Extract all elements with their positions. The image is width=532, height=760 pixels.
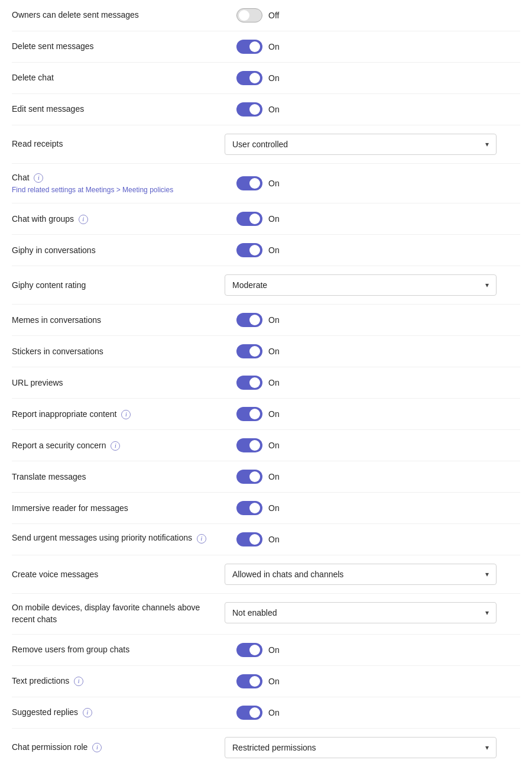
toggle-thumb-urgent-messages (249, 534, 260, 545)
toggle-edit-sent[interactable] (236, 102, 262, 117)
setting-control-delete-sent: On (225, 40, 520, 54)
dropdown-value-mobile-channels: Not enabled (232, 608, 277, 617)
setting-row-memes: Memes in conversationsOn (12, 305, 520, 336)
info-icon-chat-with-groups[interactable]: i (79, 215, 88, 224)
toggle-thumb-giphy-conversations (249, 245, 260, 256)
setting-control-edit-sent: On (225, 102, 520, 117)
toggle-urgent-messages[interactable] (236, 532, 262, 546)
setting-control-text-predictions: On (225, 674, 520, 688)
setting-control-stickers: On (225, 344, 520, 358)
info-icon-suggested-replies[interactable]: i (83, 708, 92, 717)
toggle-translate-messages[interactable] (236, 470, 262, 484)
setting-row-report-inappropriate: Report inappropriate content iOn (12, 399, 520, 430)
setting-control-urgent-messages: On (225, 532, 520, 546)
toggle-report-inappropriate[interactable] (236, 407, 262, 421)
setting-row-url-previews: URL previewsOn (12, 367, 520, 399)
setting-control-voice-messages: Allowed in chats and channels▾ (225, 564, 520, 585)
toggle-thumb-memes (249, 315, 260, 325)
setting-label-memes: Memes in conversations (12, 315, 225, 326)
toggle-thumb-suggested-replies (249, 707, 260, 718)
setting-label-url-previews: URL previews (12, 377, 225, 389)
setting-label-chat-with-groups: Chat with groups i (12, 214, 225, 225)
setting-row-stickers: Stickers in conversationsOn (12, 336, 520, 367)
dropdown-value-chat-permission-role: Restricted permissions (232, 743, 316, 752)
toggle-value-label-report-inappropriate: On (268, 409, 280, 419)
toggle-thumb-url-previews (249, 377, 260, 388)
toggle-thumb-owners-delete (239, 10, 249, 21)
toggle-value-label-url-previews: On (268, 378, 280, 387)
setting-row-giphy-rating: Giphy content ratingModerate▾ (12, 266, 520, 305)
toggle-remove-users[interactable] (236, 643, 262, 657)
toggle-value-label-owners-delete: Off (268, 11, 279, 20)
toggle-chat[interactable] (236, 176, 262, 190)
toggle-report-security[interactable] (236, 438, 262, 452)
toggle-value-label-delete-sent: On (268, 42, 280, 51)
info-icon-report-inappropriate[interactable]: i (121, 410, 131, 419)
setting-row-read-receipts: Read receiptsUser controlled▾ (12, 125, 520, 164)
setting-label-chat: Chat iFind related settings at Meetings … (12, 172, 225, 195)
chevron-down-icon-giphy-rating: ▾ (485, 281, 489, 289)
toggle-giphy-conversations[interactable] (236, 243, 262, 257)
toggle-value-label-suggested-replies: On (268, 708, 280, 717)
toggle-text-predictions[interactable] (236, 674, 262, 688)
dropdown-read-receipts[interactable]: User controlled▾ (225, 134, 497, 155)
setting-label-immersive-reader: Immersive reader for messages (12, 503, 225, 515)
setting-row-urgent-messages: Send urgent messages using priority noti… (12, 524, 520, 555)
toggle-memes[interactable] (236, 313, 262, 327)
setting-row-giphy-conversations: Giphy in conversationsOn (12, 235, 520, 266)
setting-control-translate-messages: On (225, 470, 520, 484)
setting-label-report-security: Report a security concern i (12, 440, 225, 452)
setting-row-translate-messages: Translate messagesOn (12, 461, 520, 493)
toggle-value-label-stickers: On (268, 347, 280, 356)
toggle-delete-sent[interactable] (236, 40, 262, 54)
toggle-thumb-remove-users (249, 645, 260, 655)
toggle-suggested-replies[interactable] (236, 706, 262, 720)
dropdown-voice-messages[interactable]: Allowed in chats and channels▾ (225, 564, 497, 585)
setting-row-delete-chat: Delete chatOn (12, 63, 520, 94)
info-icon-report-security[interactable]: i (111, 441, 120, 451)
toggle-chat-with-groups[interactable] (236, 212, 262, 226)
setting-label-mobile-channels: On mobile devices, display favorite chan… (12, 602, 225, 625)
setting-label-suggested-replies: Suggested replies i (12, 707, 225, 719)
info-icon-urgent-messages[interactable]: i (197, 534, 206, 544)
toggle-url-previews[interactable] (236, 376, 262, 390)
setting-control-url-previews: On (225, 376, 520, 390)
toggle-value-label-edit-sent: On (268, 105, 280, 114)
info-icon-chat-permission-role[interactable]: i (92, 743, 102, 752)
dropdown-value-voice-messages: Allowed in chats and channels (232, 570, 343, 579)
toggle-thumb-chat (249, 178, 260, 189)
toggle-value-label-chat-with-groups: On (268, 214, 280, 224)
setting-row-suggested-replies: Suggested replies iOn (12, 697, 520, 729)
toggle-immersive-reader[interactable] (236, 501, 262, 515)
setting-control-chat-permission-role: Restricted permissions▾ (225, 737, 520, 758)
setting-row-remove-users: Remove users from group chatsOn (12, 635, 520, 666)
toggle-thumb-translate-messages (249, 471, 260, 482)
setting-label-voice-messages: Create voice messages (12, 569, 225, 581)
toggle-owners-delete[interactable] (236, 8, 262, 22)
toggle-delete-chat[interactable] (236, 71, 262, 85)
setting-control-read-receipts: User controlled▾ (225, 134, 520, 155)
toggle-value-label-translate-messages: On (268, 472, 280, 481)
toggle-value-label-urgent-messages: On (268, 535, 280, 544)
dropdown-value-giphy-rating: Moderate (232, 280, 267, 290)
toggle-value-label-remove-users: On (268, 645, 280, 655)
setting-label-chat-permission-role: Chat permission role i (12, 742, 225, 753)
setting-control-immersive-reader: On (225, 501, 520, 515)
toggle-value-label-chat: On (268, 179, 280, 188)
setting-row-text-predictions: Text predictions iOn (12, 666, 520, 697)
info-icon-chat[interactable]: i (34, 173, 43, 183)
dropdown-chat-permission-role[interactable]: Restricted permissions▾ (225, 737, 497, 758)
toggle-value-label-delete-chat: On (268, 73, 280, 83)
toggle-thumb-chat-with-groups (249, 214, 260, 224)
dropdown-mobile-channels[interactable]: Not enabled▾ (225, 602, 497, 623)
setting-row-delete-sent: Delete sent messagesOn (12, 31, 520, 63)
setting-row-report-security: Report a security concern iOn (12, 430, 520, 461)
dropdown-giphy-rating[interactable]: Moderate▾ (225, 274, 497, 296)
toggle-stickers[interactable] (236, 344, 262, 358)
setting-control-owners-delete: Off (225, 8, 520, 22)
setting-label-report-inappropriate: Report inappropriate content i (12, 409, 225, 421)
setting-label-remove-users: Remove users from group chats (12, 644, 225, 656)
setting-control-chat: On (225, 176, 520, 190)
info-icon-text-predictions[interactable]: i (74, 677, 83, 686)
toggle-thumb-report-inappropriate (249, 409, 260, 419)
